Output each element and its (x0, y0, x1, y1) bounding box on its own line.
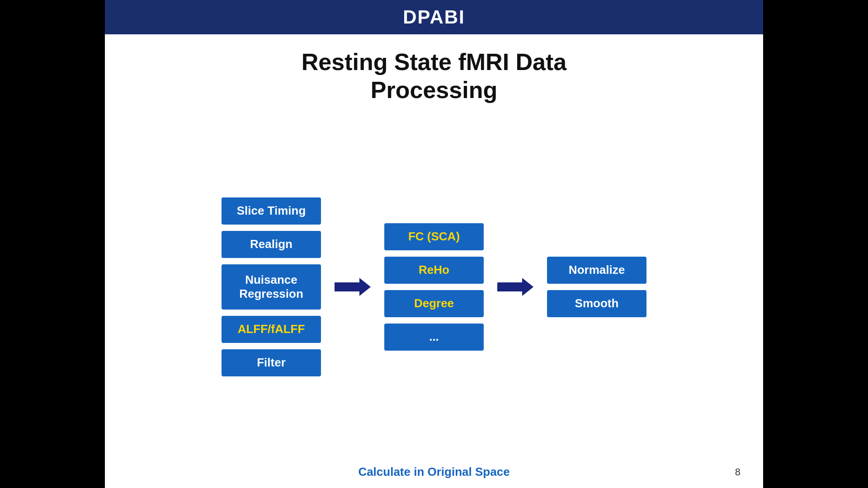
realign-box: Realign (222, 231, 321, 258)
normalize-box: Normalize (547, 257, 646, 284)
slide-container: DPABI Resting State fMRI Data Processing… (105, 0, 763, 488)
degree-box: Degree (384, 290, 484, 317)
footer-text: Calculate in Original Space (358, 465, 509, 479)
reho-box: ReHo (384, 257, 484, 284)
diagram-area: Slice Timing Realign Nuisance Regression… (132, 122, 736, 451)
svg-marker-0 (335, 278, 371, 296)
middle-column: FC (SCA) ReHo Degree ... (384, 223, 484, 351)
left-column: Slice Timing Realign Nuisance Regression… (222, 197, 321, 376)
smooth-box: Smooth (547, 290, 646, 317)
nuisance-regression-box: Nuisance Regression (222, 264, 321, 310)
right-column: Normalize Smooth (547, 257, 646, 317)
slide-title: Resting State fMRI Data Processing (302, 48, 567, 104)
page-number: 8 (735, 466, 741, 478)
filter-box: Filter (222, 349, 321, 376)
ellipsis-box: ... (384, 324, 484, 351)
app-title: DPABI (105, 6, 763, 28)
slide-footer: Calculate in Original Space 8 (105, 460, 763, 488)
arrow-2 (497, 276, 533, 298)
slide-header: DPABI (105, 0, 763, 34)
fc-sca-box: FC (SCA) (384, 223, 484, 250)
slice-timing-box: Slice Timing (222, 197, 321, 225)
svg-marker-1 (497, 278, 533, 296)
slide-body: Resting State fMRI Data Processing Slice… (105, 34, 763, 460)
arrow-1 (335, 276, 371, 298)
alff-box: ALFF/fALFF (222, 316, 321, 343)
